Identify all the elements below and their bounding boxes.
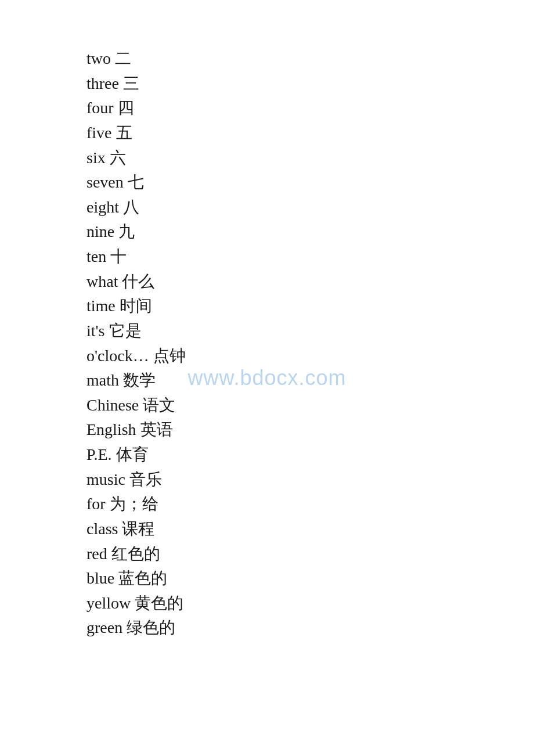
- vocab-item: math 数学: [86, 368, 534, 393]
- vocab-item: eight 八: [86, 195, 534, 220]
- vocab-item: red 红色的: [86, 542, 534, 567]
- vocab-item: blue 蓝色的: [86, 566, 534, 591]
- vocab-item: yellow 黄色的: [86, 591, 534, 616]
- vocab-item: class 课程: [86, 517, 534, 542]
- content-area: two 二three 三four 四five 五six 六seven 七eigh…: [0, 0, 534, 687]
- vocab-item: P.E. 体育: [86, 442, 534, 467]
- vocab-item: seven 七: [86, 170, 534, 195]
- vocab-item: music 音乐: [86, 467, 534, 492]
- vocab-item: o'clock… 点钟: [86, 344, 534, 369]
- vocab-item: what 什么: [86, 269, 534, 294]
- vocab-item: it's 它是: [86, 319, 534, 344]
- vocab-item: six 六: [86, 146, 534, 171]
- vocab-item: for 为；给: [86, 492, 534, 517]
- vocab-item: nine 九: [86, 219, 534, 244]
- vocab-item: time 时间: [86, 294, 534, 319]
- vocab-item: ten 十: [86, 244, 534, 269]
- vocab-item: three 三: [86, 71, 534, 96]
- vocab-list: two 二three 三four 四five 五six 六seven 七eigh…: [86, 46, 534, 640]
- vocab-item: green 绿色的: [86, 615, 534, 640]
- vocab-item: English 英语: [86, 417, 534, 442]
- vocab-item: two 二: [86, 46, 534, 71]
- vocab-item: five 五: [86, 121, 534, 146]
- vocab-item: Chinese 语文: [86, 393, 534, 418]
- vocab-item: four 四: [86, 96, 534, 121]
